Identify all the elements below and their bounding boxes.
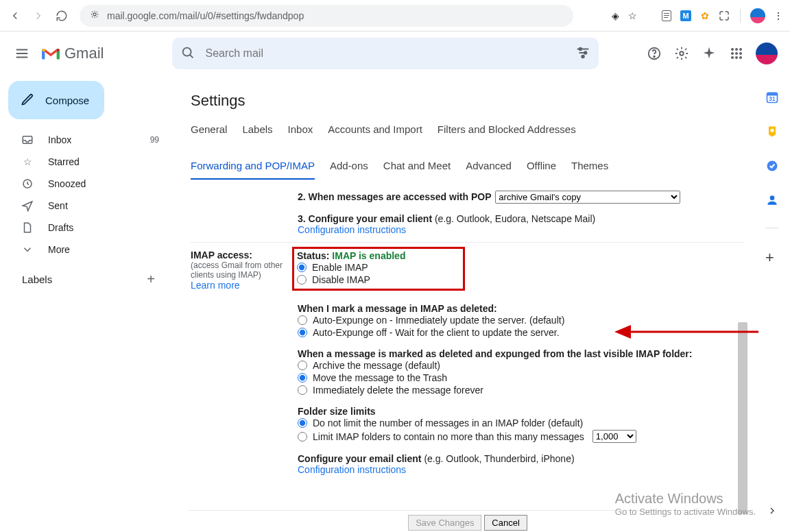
contacts-icon[interactable]	[765, 193, 779, 207]
tab-accounts[interactable]: Accounts and Import	[328, 121, 422, 142]
tab-labels[interactable]: Labels	[242, 121, 272, 142]
search-input[interactable]	[205, 47, 566, 60]
nav-inbox-label: Inbox	[48, 134, 71, 145]
svg-point-17	[731, 56, 734, 59]
tab-filters[interactable]: Filters and Blocked Addresses	[438, 121, 576, 142]
reload-button[interactable]	[52, 6, 71, 25]
address-bar[interactable]: mail.google.com/mail/u/0/#settings/fwdan…	[80, 5, 573, 27]
svg-text:31: 31	[769, 95, 776, 102]
radio-disable-imap[interactable]	[297, 275, 307, 285]
tab-advanced[interactable]: Advanced	[466, 157, 512, 180]
svg-point-12	[735, 48, 738, 51]
nav-more[interactable]: More	[5, 239, 170, 261]
svg-point-10	[680, 51, 684, 56]
support-icon[interactable]	[646, 45, 662, 62]
page-title: Settings	[188, 81, 747, 121]
addons-plus-icon[interactable]: +	[765, 249, 779, 263]
chrome-profile-avatar[interactable]	[750, 8, 765, 23]
tab-addons[interactable]: Add-ons	[330, 157, 368, 180]
search-icon[interactable]	[180, 45, 195, 62]
nav-drafts[interactable]: Drafts	[5, 217, 170, 239]
nav-starred[interactable]: ☆ Starred	[5, 151, 170, 173]
extension-readlist-icon[interactable]	[660, 10, 673, 22]
imap-section-label: IMAP access:	[191, 250, 295, 261]
radio-limit-to[interactable]	[298, 432, 307, 442]
extension-puzzle-icon[interactable]: ✿	[699, 10, 711, 22]
imap-configure-hint: (e.g. Outlook, Thunderbird, iPhone)	[424, 453, 574, 464]
search-container	[172, 38, 599, 69]
side-panel-toggle-icon[interactable]	[767, 505, 778, 518]
extension-m-icon[interactable]: M	[680, 10, 692, 22]
main-area: Settings General Labels Inbox Accounts a…	[176, 75, 754, 532]
pop-config-link[interactable]: Configuration instructions	[298, 224, 406, 235]
radio-archive[interactable]	[298, 361, 307, 370]
label-move-trash: Move the message to the Trash	[313, 372, 447, 383]
pencil-icon	[21, 93, 34, 108]
nav-snoozed[interactable]: Snoozed	[5, 173, 170, 195]
keep-icon[interactable]	[765, 125, 779, 138]
back-button[interactable]	[5, 6, 25, 25]
radio-expunge-on[interactable]	[298, 315, 307, 325]
svg-point-14	[731, 52, 734, 55]
send-icon	[21, 199, 34, 213]
extensions-menu-icon[interactable]	[718, 10, 730, 22]
svg-marker-23	[614, 325, 631, 339]
nav-snoozed-label: Snoozed	[48, 178, 86, 189]
compose-button[interactable]: Compose	[8, 81, 104, 119]
svg-point-19	[739, 56, 742, 59]
settings-tabs: General Labels Inbox Accounts and Import…	[188, 121, 695, 188]
tab-offline[interactable]: Offline	[527, 157, 556, 180]
nav-sent[interactable]: Sent	[5, 195, 170, 217]
imap-status-prefix: Status:	[297, 250, 332, 261]
tasks-icon[interactable]	[765, 159, 779, 173]
svg-point-4	[183, 47, 191, 56]
pop-step3-hint: (e.g. Outlook, Eudora, Netscape Mail)	[435, 213, 595, 224]
search-options-icon[interactable]	[575, 45, 590, 62]
tab-themes[interactable]: Themes	[571, 157, 608, 180]
tab-inbox[interactable]: Inbox	[288, 121, 313, 142]
side-panel: 31 +	[754, 75, 790, 532]
pop-action-select[interactable]: archive Gmail's copy	[495, 191, 680, 204]
nav-inbox[interactable]: Inbox 99	[5, 129, 170, 151]
imap-expunged-heading: When a message is marked as deleted and …	[298, 348, 692, 359]
radio-delete-forever[interactable]	[298, 385, 307, 395]
tab-general[interactable]: General	[191, 121, 227, 142]
imap-config-link[interactable]: Configuration instructions	[298, 464, 406, 475]
calendar-icon[interactable]: 31	[765, 90, 779, 104]
radio-move-trash[interactable]	[298, 373, 307, 383]
clock-icon	[21, 177, 34, 191]
tab-forwarding[interactable]: Forwarding and POP/IMAP	[191, 157, 315, 180]
url-text: mail.google.com/mail/u/0/#settings/fwdan…	[107, 10, 304, 21]
chrome-menu-icon[interactable]: ⋮	[772, 10, 785, 22]
site-info-icon[interactable]	[89, 9, 100, 22]
tab-chat[interactable]: Chat and Meet	[383, 157, 451, 180]
add-label-button[interactable]: +	[147, 271, 155, 287]
forward-button[interactable]	[29, 6, 48, 25]
nav-drafts-label: Drafts	[48, 222, 73, 233]
radio-expunge-off[interactable]	[298, 328, 307, 337]
main-menu-button[interactable]	[8, 40, 36, 67]
vertical-scrollbar[interactable]	[738, 322, 747, 514]
labels-header: Labels	[22, 274, 52, 285]
google-apps-icon[interactable]	[728, 45, 745, 62]
gemini-sparkle-icon[interactable]	[701, 45, 717, 62]
folder-limit-select[interactable]: 1,000	[592, 430, 636, 443]
gmail-logo[interactable]: Gmail	[41, 45, 104, 62]
svg-point-7	[582, 55, 585, 58]
chevron-down-icon	[21, 243, 34, 256]
radio-no-limit[interactable]	[298, 418, 307, 428]
compose-label: Compose	[45, 95, 89, 106]
status-highlight-box: Status: IMAP is enabled Enable IMAP Disa…	[292, 247, 465, 291]
gmail-logo-icon	[41, 46, 60, 61]
cancel-button[interactable]: Cancel	[484, 515, 527, 531]
settings-gear-icon[interactable]	[673, 45, 690, 62]
extension-icon[interactable]: ◈	[607, 10, 619, 22]
bookmark-star-icon[interactable]: ☆	[626, 10, 638, 22]
imap-learn-more-link[interactable]: Learn more	[191, 280, 240, 291]
radio-enable-imap[interactable]	[297, 263, 307, 272]
label-delete-forever: Immediately delete the message forever	[313, 385, 483, 396]
label-no-limit: Do not limit the number of messages in a…	[313, 418, 583, 428]
nav-more-label: More	[48, 244, 70, 255]
gmail-wordmark: Gmail	[64, 45, 104, 62]
account-avatar[interactable]	[756, 43, 778, 64]
